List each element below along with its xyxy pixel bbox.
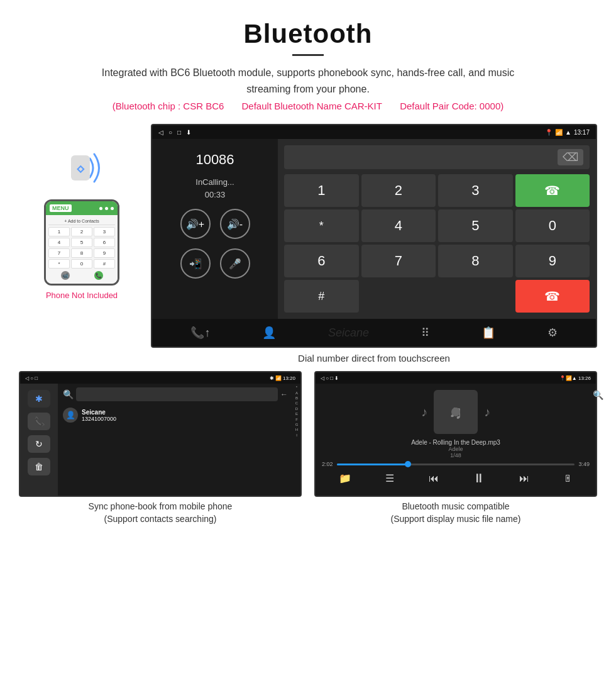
dial-key-3[interactable]: 3 [438,174,513,207]
transfer-btn[interactable]: 📲 [180,248,211,279]
music-list-icon[interactable]: ☰ [385,472,394,484]
music-body: ♪ ♫ ♪ Adele - Rolling In the Deep.mp3 Ad… [316,384,596,497]
mute-btn[interactable]: 🎤 [220,248,250,279]
dial-key-4[interactable]: 4 [361,209,436,242]
pb-letter-e: E [295,411,298,416]
phone-dot-3 [111,207,114,210]
music-time: 13:26 [578,375,591,381]
phone-key-3: 3 [94,227,115,236]
pb-bt-sidebar-icon[interactable]: ✱ [28,390,50,408]
pb-body: ✱ 📞 ↻ 🗑 🔍 ← 👤 Seicane [20,384,300,497]
pb-letter-h: H [295,427,298,432]
pb-status-bar: ◁ ○ □ ✱ 📶 13:20 [20,372,300,384]
pb-letter-d: D [295,406,298,411]
nav-dialpad-icon[interactable]: ⠿ [421,326,429,340]
pb-back-arrow[interactable]: ← [280,390,288,399]
music-search-icon[interactable]: 🔍 [593,390,597,400]
volume-up-btn[interactable]: 🔊+ [180,209,211,239]
dialer-caption: Dial number direct from touchscreen [151,353,597,364]
music-progress-bar[interactable] [337,464,575,465]
nav-contacts-icon[interactable]: 👤 [262,326,276,340]
dial-key-1[interactable]: 1 [284,174,359,207]
pb-delete-sidebar-icon[interactable]: 🗑 [28,458,50,475]
music-prev-icon[interactable]: ⏮ [429,473,439,484]
dial-key-6[interactable]: 6 [284,245,359,277]
music-total-time: 3:49 [578,461,590,467]
pb-caption-line1: Sync phone-book from mobile phone [19,501,302,513]
music-nav-icons: ◁ ○ □ ⬇ [321,375,339,381]
pb-sync-sidebar-icon[interactable]: ↻ [28,435,50,453]
pb-search-row: 🔍 ← [63,387,288,401]
call-accept-button[interactable]: ☎ [515,174,590,207]
dial-key-9[interactable]: 9 [515,245,590,277]
music-next-icon[interactable]: ⏭ [519,473,529,484]
music-folder-icon[interactable]: 📁 [339,472,351,484]
download-icon: ⬇ [186,129,191,136]
bt-code: Default Pair Code: 0000) [400,101,503,111]
phone-section: ⬦ MENU + Add to Contacts 1 2 3 4 5 6 [19,124,145,371]
music-screenshot: ◁ ○ □ ⬇ 📍📶▲ 13:26 ♪ ♫ ♪ [314,371,597,525]
music-note-right: ♪ [484,405,490,419]
bottom-screenshots: ◁ ○ □ ✱ 📶 13:20 ✱ 📞 ↻ 🗑 � [0,371,616,525]
phone-screen: + Add to Contacts 1 2 3 4 5 6 7 8 9 * 0 … [46,215,118,284]
bt-name: Default Bluetooth Name CAR-KIT [242,101,382,111]
dial-key-0[interactable]: 0 [515,209,590,242]
pb-phone-sidebar-icon[interactable]: 📞 [28,413,50,430]
phone-key-5: 5 [71,238,92,247]
phone-mockup: MENU + Add to Contacts 1 2 3 4 5 6 7 8 9… [44,199,119,286]
pb-search-icon[interactable]: 🔍 [63,389,74,399]
bt-icon-container: ⬦ [53,143,110,193]
dialer-right-panel: ⌫ 1 2 3 * 4 5 6 0 7 8 9 # [278,139,596,319]
pb-caption-line2: (Support contacts searching) [19,513,302,526]
phone-dot-1 [99,207,102,210]
music-current-time: 2:02 [322,461,333,467]
dial-key-2[interactable]: 2 [361,174,436,207]
pb-letter-star: * [296,385,297,390]
music-caption: Bluetooth music compatible (Support disp… [314,501,597,525]
main-content: ⬦ MENU + Add to Contacts 1 2 3 4 5 6 [0,118,616,371]
control-row-2: 📲 🎤 [180,248,250,279]
album-art: ♫ [434,390,478,434]
phone-dot-2 [105,207,108,210]
music-right-icons: 📍📶▲ 13:26 [559,375,591,381]
phone-bottom-row: 📹 📞 [48,269,115,281]
backspace-button[interactable]: ⌫ [558,149,583,165]
dial-key-5[interactable]: 5 [438,209,513,242]
pb-letter-a: A [295,391,298,396]
recents-icon: □ [177,129,181,136]
phone-key-9: 9 [94,248,115,258]
music-play-icon[interactable]: ⏸ [473,471,485,486]
svg-text:⬦: ⬦ [75,158,85,177]
dial-key-hash[interactable]: # [284,280,359,313]
caller-number: 10086 [195,152,234,168]
phone-add-contact: + Add to Contacts [48,218,115,225]
clock: 13:17 [574,129,590,136]
home-icon: ○ [168,129,172,136]
dial-key-7[interactable]: 7 [361,245,436,277]
call-end-button[interactable]: ☎ [515,280,590,313]
phone-key-2: 2 [71,227,92,236]
music-progress-dot [405,461,411,467]
dialpad-grid: 1 2 3 * 4 5 6 0 7 8 9 # ☎ ☎ [284,174,590,313]
location-icon: 📍 [545,129,553,136]
title-divider [292,54,324,56]
music-eq-icon[interactable]: 🎚 [564,474,573,484]
pb-right-icons: ✱ 📶 13:20 [270,375,295,381]
album-art-area: ♪ ♫ ♪ [421,390,490,434]
dial-key-8[interactable]: 8 [438,245,513,277]
pb-search-bar[interactable] [76,387,278,401]
volume-down-btn[interactable]: 🔊- [220,209,250,239]
pb-time: 13:20 [283,375,295,381]
nav-call-icon[interactable]: 📞↑ [190,326,210,340]
dial-key-star[interactable]: * [284,209,359,242]
phone-not-included-label: Phone Not Included [46,291,118,300]
phone-key-6: 6 [94,238,115,247]
pb-sidebar: ✱ 📞 ↻ 🗑 [20,384,58,497]
phone-key-1: 1 [48,227,70,236]
page-title: Bluetooth [38,19,578,49]
phone-key-hash: # [94,259,115,269]
music-artist: Adele [411,446,500,452]
nav-settings-icon[interactable]: ⚙ [547,326,558,340]
pb-back-nav: ◁ ○ □ [25,375,38,381]
nav-transfer-icon[interactable]: 📋 [481,326,495,340]
